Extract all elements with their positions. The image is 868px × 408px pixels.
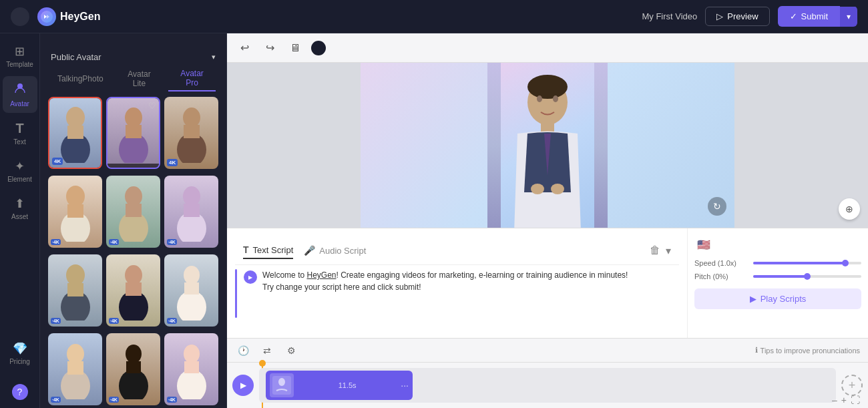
- timeline-right-controls: – + ⛶: [832, 395, 860, 405]
- settings-icon[interactable]: ⚙: [283, 343, 299, 359]
- main-layout: ⊞ Template Avatar T Text ✦ Element ⬆ Ass…: [0, 33, 868, 408]
- undo-button[interactable]: ↩: [235, 39, 254, 57]
- tab-text-script[interactable]: T Text Script: [243, 242, 293, 259]
- avatar-name-2: [107, 164, 159, 168]
- pitch-slider[interactable]: [753, 275, 861, 278]
- pricing-icon: 💎: [13, 341, 27, 356]
- svg-point-33: [119, 369, 148, 399]
- voice-row: 🇺🇸: [694, 235, 861, 254]
- sidebar-item-template[interactable]: ⊞ Template: [3, 39, 37, 73]
- monitor-button[interactable]: 🖥: [286, 39, 304, 57]
- avatar-image-5: [106, 176, 160, 248]
- sidebar: ⊞ Template Avatar T Text ✦ Element ⬆ Ass…: [0, 33, 40, 408]
- section-toggle-icon[interactable]: ▾: [212, 53, 216, 61]
- svg-point-45: [551, 184, 564, 194]
- avatar-card-5[interactable]: ·4K: [106, 176, 160, 248]
- sidebar-item-help[interactable]: ?: [3, 379, 37, 405]
- sidebar-item-pricing[interactable]: 💎 Pricing: [3, 336, 37, 371]
- heart-icon-2[interactable]: ♡: [148, 101, 156, 111]
- sidebar-label-template: Template: [6, 61, 33, 68]
- svg-point-8: [183, 108, 200, 128]
- timeline-clip-1[interactable]: 11.5s ···: [266, 371, 413, 400]
- redo-button[interactable]: ↪: [260, 39, 279, 57]
- expand-script-icon[interactable]: ▾: [666, 244, 671, 257]
- timeline-play-button[interactable]: ▶: [232, 375, 254, 396]
- avatar-card-12[interactable]: ·4K: [164, 333, 218, 405]
- text-icon: T: [15, 121, 23, 136]
- script-actions: 🗑 ▾: [650, 244, 671, 257]
- script-panel-row: T Text Script 🎤 Audio Script 🗑 ▾: [227, 228, 868, 338]
- preview-label: Preview: [727, 11, 758, 21]
- speed-fill: [753, 262, 845, 264]
- pitch-thumb[interactable]: [804, 273, 811, 280]
- sidebar-label-text: Text: [13, 138, 25, 146]
- avatar-image-11: [106, 333, 160, 405]
- avatar-card-6[interactable]: ·4K: [164, 176, 218, 248]
- avatar-card-1[interactable]: 4K: [48, 97, 102, 169]
- submit-dropdown-button[interactable]: ▾: [840, 7, 857, 27]
- tab-audio-script[interactable]: 🎤 Audio Script: [304, 242, 366, 258]
- sidebar-item-text[interactable]: T Text: [3, 116, 37, 151]
- script-play-icon[interactable]: ▶: [244, 270, 257, 284]
- avatar-card-2[interactable]: ♡: [106, 97, 160, 169]
- tab-avatar-pro[interactable]: Avatar Pro: [168, 66, 216, 91]
- back-button[interactable]: [11, 7, 29, 26]
- zoom-button[interactable]: ⊕: [839, 198, 860, 220]
- avatar-tabs: TalkingPhoto Avatar Lite Avatar Pro: [40, 66, 226, 91]
- rotate-icon: ↻: [708, 197, 726, 216]
- speed-slider[interactable]: [753, 262, 861, 264]
- preview-avatar: [487, 63, 608, 228]
- avatar-image-3: [164, 97, 218, 169]
- speed-thumb[interactable]: [842, 260, 849, 266]
- svg-point-17: [183, 186, 200, 206]
- sidebar-item-asset[interactable]: ⬆ Asset: [3, 191, 37, 226]
- svg-point-44: [531, 184, 544, 194]
- color-swatch[interactable]: [311, 41, 326, 55]
- svg-point-2: [66, 107, 85, 128]
- svg-rect-34: [126, 361, 141, 373]
- pitch-row: Pitch (0%): [694, 272, 861, 280]
- tab-talking-photo[interactable]: TalkingPhoto: [51, 66, 110, 91]
- avatar-card-10[interactable]: ·4K: [48, 333, 102, 405]
- canvas-toolbar: ↩ ↪ 🖥: [227, 33, 868, 63]
- play-scripts-icon: ▶: [750, 294, 756, 304]
- svg-point-14: [125, 186, 142, 206]
- avatar-card-11[interactable]: ·4K: [106, 333, 160, 405]
- avatar-card-4[interactable]: ·4K: [48, 176, 102, 248]
- tab-avatar-lite[interactable]: Avatar Lite: [116, 66, 163, 91]
- avatar-card-7[interactable]: ·4K: [48, 254, 102, 327]
- svg-rect-31: [67, 361, 83, 375]
- sidebar-label-pricing: Pricing: [9, 358, 30, 365]
- fullscreen-icon[interactable]: ⛶: [851, 395, 860, 405]
- sidebar-item-element[interactable]: ✦ Element: [3, 154, 37, 188]
- submit-button[interactable]: ✓ Submit: [778, 6, 840, 27]
- tips-label: Tips to improve pronunciations: [761, 347, 860, 355]
- asset-icon: ⬆: [15, 196, 25, 211]
- avatar-card-8[interactable]: ·4K: [106, 254, 160, 327]
- clock-icon[interactable]: 🕐: [235, 343, 251, 359]
- clip-more-icon[interactable]: ···: [401, 380, 409, 391]
- svg-point-35: [184, 345, 200, 363]
- play-scripts-label: Play Scripts: [761, 294, 807, 304]
- apply-voice-text[interactable]: [235, 322, 679, 330]
- zoom-out-icon[interactable]: –: [832, 395, 837, 405]
- logo-icon: [37, 7, 56, 26]
- add-clip-button[interactable]: +: [841, 375, 863, 396]
- script-right: 🇺🇸 Speed (1.0x) Pi: [688, 228, 868, 338]
- svg-rect-22: [67, 283, 83, 296]
- delete-script-icon[interactable]: 🗑: [650, 244, 660, 257]
- translate-icon[interactable]: ⇄: [259, 343, 275, 359]
- avatar-image-6: [164, 176, 218, 248]
- svg-point-36: [177, 369, 206, 399]
- play-scripts-button[interactable]: ▶ Play Scripts: [694, 288, 861, 309]
- badge-4k-11: ·4K: [109, 397, 119, 403]
- avatar-card-3[interactable]: 4K: [164, 97, 218, 169]
- speed-row: Speed (1.0x): [694, 259, 861, 267]
- script-bar: [235, 269, 237, 318]
- avatar-card-9[interactable]: ·4K: [164, 254, 218, 327]
- sidebar-item-avatar[interactable]: Avatar: [3, 76, 37, 113]
- canvas-viewport: ↻ ⊕: [227, 63, 868, 228]
- preview-button[interactable]: ▷ Preview: [705, 7, 769, 26]
- script-text-content[interactable]: Welcome to HeyGen! Create engaging video…: [262, 269, 628, 318]
- zoom-in-icon[interactable]: +: [841, 395, 847, 405]
